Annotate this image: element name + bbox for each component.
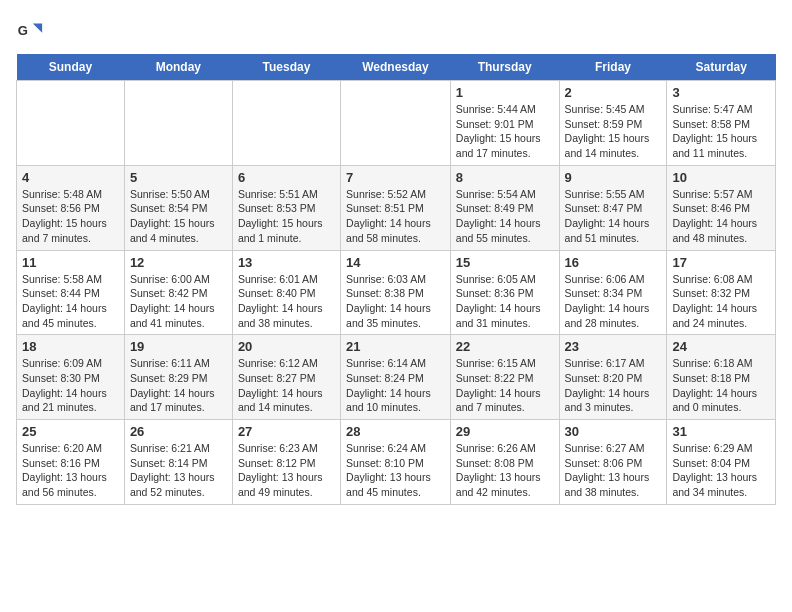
calendar-cell: 1Sunrise: 5:44 AM Sunset: 9:01 PM Daylig… xyxy=(450,81,559,166)
calendar-cell: 19Sunrise: 6:11 AM Sunset: 8:29 PM Dayli… xyxy=(124,335,232,420)
calendar-cell: 27Sunrise: 6:23 AM Sunset: 8:12 PM Dayli… xyxy=(232,420,340,505)
cell-info: Sunrise: 6:21 AM Sunset: 8:14 PM Dayligh… xyxy=(130,441,227,500)
day-header-wednesday: Wednesday xyxy=(341,54,451,81)
cell-info: Sunrise: 5:54 AM Sunset: 8:49 PM Dayligh… xyxy=(456,187,554,246)
cell-info: Sunrise: 6:01 AM Sunset: 8:40 PM Dayligh… xyxy=(238,272,335,331)
calendar-cell xyxy=(17,81,125,166)
cell-info: Sunrise: 6:00 AM Sunset: 8:42 PM Dayligh… xyxy=(130,272,227,331)
date-number: 17 xyxy=(672,255,770,270)
calendar-cell: 18Sunrise: 6:09 AM Sunset: 8:30 PM Dayli… xyxy=(17,335,125,420)
date-number: 28 xyxy=(346,424,445,439)
calendar-cell: 14Sunrise: 6:03 AM Sunset: 8:38 PM Dayli… xyxy=(341,250,451,335)
date-number: 13 xyxy=(238,255,335,270)
date-number: 22 xyxy=(456,339,554,354)
cell-info: Sunrise: 5:58 AM Sunset: 8:44 PM Dayligh… xyxy=(22,272,119,331)
cell-info: Sunrise: 5:44 AM Sunset: 9:01 PM Dayligh… xyxy=(456,102,554,161)
date-number: 23 xyxy=(565,339,662,354)
cell-info: Sunrise: 6:24 AM Sunset: 8:10 PM Dayligh… xyxy=(346,441,445,500)
cell-info: Sunrise: 6:14 AM Sunset: 8:24 PM Dayligh… xyxy=(346,356,445,415)
date-number: 14 xyxy=(346,255,445,270)
cell-info: Sunrise: 5:57 AM Sunset: 8:46 PM Dayligh… xyxy=(672,187,770,246)
cell-info: Sunrise: 6:11 AM Sunset: 8:29 PM Dayligh… xyxy=(130,356,227,415)
svg-marker-1 xyxy=(33,23,42,32)
date-number: 8 xyxy=(456,170,554,185)
calendar-cell: 2Sunrise: 5:45 AM Sunset: 8:59 PM Daylig… xyxy=(559,81,667,166)
calendar-cell: 26Sunrise: 6:21 AM Sunset: 8:14 PM Dayli… xyxy=(124,420,232,505)
date-number: 6 xyxy=(238,170,335,185)
calendar-cell: 6Sunrise: 5:51 AM Sunset: 8:53 PM Daylig… xyxy=(232,165,340,250)
calendar-cell: 23Sunrise: 6:17 AM Sunset: 8:20 PM Dayli… xyxy=(559,335,667,420)
cell-info: Sunrise: 6:23 AM Sunset: 8:12 PM Dayligh… xyxy=(238,441,335,500)
date-number: 11 xyxy=(22,255,119,270)
calendar-cell: 22Sunrise: 6:15 AM Sunset: 8:22 PM Dayli… xyxy=(450,335,559,420)
cell-info: Sunrise: 5:47 AM Sunset: 8:58 PM Dayligh… xyxy=(672,102,770,161)
cell-info: Sunrise: 6:15 AM Sunset: 8:22 PM Dayligh… xyxy=(456,356,554,415)
date-number: 1 xyxy=(456,85,554,100)
calendar-cell: 29Sunrise: 6:26 AM Sunset: 8:08 PM Dayli… xyxy=(450,420,559,505)
cell-info: Sunrise: 6:09 AM Sunset: 8:30 PM Dayligh… xyxy=(22,356,119,415)
calendar-cell: 20Sunrise: 6:12 AM Sunset: 8:27 PM Dayli… xyxy=(232,335,340,420)
cell-info: Sunrise: 6:20 AM Sunset: 8:16 PM Dayligh… xyxy=(22,441,119,500)
date-number: 27 xyxy=(238,424,335,439)
calendar-cell: 24Sunrise: 6:18 AM Sunset: 8:18 PM Dayli… xyxy=(667,335,776,420)
cell-info: Sunrise: 5:48 AM Sunset: 8:56 PM Dayligh… xyxy=(22,187,119,246)
date-number: 16 xyxy=(565,255,662,270)
calendar-cell xyxy=(341,81,451,166)
calendar-cell: 21Sunrise: 6:14 AM Sunset: 8:24 PM Dayli… xyxy=(341,335,451,420)
svg-text:G: G xyxy=(18,23,28,38)
date-number: 3 xyxy=(672,85,770,100)
cell-info: Sunrise: 5:45 AM Sunset: 8:59 PM Dayligh… xyxy=(565,102,662,161)
logo-icon: G xyxy=(16,16,44,44)
date-number: 25 xyxy=(22,424,119,439)
cell-info: Sunrise: 6:05 AM Sunset: 8:36 PM Dayligh… xyxy=(456,272,554,331)
cell-info: Sunrise: 6:12 AM Sunset: 8:27 PM Dayligh… xyxy=(238,356,335,415)
cell-info: Sunrise: 6:08 AM Sunset: 8:32 PM Dayligh… xyxy=(672,272,770,331)
cell-info: Sunrise: 5:51 AM Sunset: 8:53 PM Dayligh… xyxy=(238,187,335,246)
calendar-table: SundayMondayTuesdayWednesdayThursdayFrid… xyxy=(16,54,776,505)
date-number: 10 xyxy=(672,170,770,185)
calendar-cell xyxy=(232,81,340,166)
calendar-cell: 31Sunrise: 6:29 AM Sunset: 8:04 PM Dayli… xyxy=(667,420,776,505)
calendar-cell: 17Sunrise: 6:08 AM Sunset: 8:32 PM Dayli… xyxy=(667,250,776,335)
cell-info: Sunrise: 5:55 AM Sunset: 8:47 PM Dayligh… xyxy=(565,187,662,246)
date-number: 18 xyxy=(22,339,119,354)
calendar-cell: 12Sunrise: 6:00 AM Sunset: 8:42 PM Dayli… xyxy=(124,250,232,335)
header: G xyxy=(16,16,776,44)
date-number: 31 xyxy=(672,424,770,439)
day-header-tuesday: Tuesday xyxy=(232,54,340,81)
date-number: 12 xyxy=(130,255,227,270)
date-number: 29 xyxy=(456,424,554,439)
date-number: 4 xyxy=(22,170,119,185)
date-number: 21 xyxy=(346,339,445,354)
calendar-cell: 4Sunrise: 5:48 AM Sunset: 8:56 PM Daylig… xyxy=(17,165,125,250)
cell-info: Sunrise: 6:17 AM Sunset: 8:20 PM Dayligh… xyxy=(565,356,662,415)
calendar-cell: 30Sunrise: 6:27 AM Sunset: 8:06 PM Dayli… xyxy=(559,420,667,505)
day-header-saturday: Saturday xyxy=(667,54,776,81)
calendar-cell: 13Sunrise: 6:01 AM Sunset: 8:40 PM Dayli… xyxy=(232,250,340,335)
date-number: 15 xyxy=(456,255,554,270)
date-number: 5 xyxy=(130,170,227,185)
cell-info: Sunrise: 6:18 AM Sunset: 8:18 PM Dayligh… xyxy=(672,356,770,415)
date-number: 19 xyxy=(130,339,227,354)
calendar-cell: 25Sunrise: 6:20 AM Sunset: 8:16 PM Dayli… xyxy=(17,420,125,505)
cell-info: Sunrise: 6:27 AM Sunset: 8:06 PM Dayligh… xyxy=(565,441,662,500)
day-header-thursday: Thursday xyxy=(450,54,559,81)
date-number: 7 xyxy=(346,170,445,185)
calendar-cell: 8Sunrise: 5:54 AM Sunset: 8:49 PM Daylig… xyxy=(450,165,559,250)
calendar-cell: 9Sunrise: 5:55 AM Sunset: 8:47 PM Daylig… xyxy=(559,165,667,250)
logo: G xyxy=(16,16,48,44)
date-number: 26 xyxy=(130,424,227,439)
day-header-friday: Friday xyxy=(559,54,667,81)
calendar-cell: 7Sunrise: 5:52 AM Sunset: 8:51 PM Daylig… xyxy=(341,165,451,250)
date-number: 30 xyxy=(565,424,662,439)
day-header-sunday: Sunday xyxy=(17,54,125,81)
date-number: 9 xyxy=(565,170,662,185)
day-header-monday: Monday xyxy=(124,54,232,81)
cell-info: Sunrise: 6:26 AM Sunset: 8:08 PM Dayligh… xyxy=(456,441,554,500)
date-number: 24 xyxy=(672,339,770,354)
cell-info: Sunrise: 5:50 AM Sunset: 8:54 PM Dayligh… xyxy=(130,187,227,246)
calendar-cell xyxy=(124,81,232,166)
calendar-cell: 16Sunrise: 6:06 AM Sunset: 8:34 PM Dayli… xyxy=(559,250,667,335)
cell-info: Sunrise: 5:52 AM Sunset: 8:51 PM Dayligh… xyxy=(346,187,445,246)
calendar-cell: 5Sunrise: 5:50 AM Sunset: 8:54 PM Daylig… xyxy=(124,165,232,250)
